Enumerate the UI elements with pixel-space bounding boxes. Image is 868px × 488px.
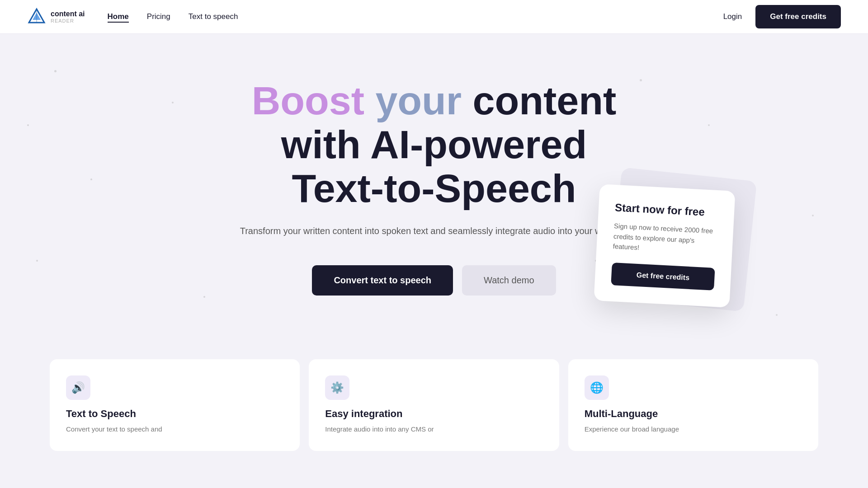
globe-icon: 🌐 <box>590 381 604 394</box>
nav-link-home[interactable]: Home <box>108 12 129 23</box>
logo[interactable]: content ai READER <box>27 7 85 26</box>
feature-card-integration: ⚙️ Easy integration Integrate audio into… <box>309 359 559 451</box>
dot-5 <box>36 260 38 262</box>
login-link[interactable]: Login <box>723 12 742 21</box>
feature-title-integration: Easy integration <box>325 408 542 420</box>
feature-card-tts: 🔊 Text to Speech Convert your text to sp… <box>50 359 300 451</box>
title-line3: Text-to-Speech <box>292 166 576 211</box>
nav-links: Home Pricing Text to speech <box>108 12 238 21</box>
nav-item-home[interactable]: Home <box>108 12 129 21</box>
logo-text-block: content ai READER <box>51 10 85 23</box>
feature-card-multilang: 🌐 Multi-Language Experience our broad la… <box>568 359 818 451</box>
title-boost: Boost <box>252 78 364 123</box>
dot-1 <box>54 70 57 72</box>
logo-icon <box>27 7 46 26</box>
feature-title-multilang: Multi-Language <box>585 408 802 420</box>
popup-card: Start now for free Sign up now to receiv… <box>594 184 735 307</box>
feature-icon-wrap-integration: ⚙️ <box>325 375 349 400</box>
navbar-left: content ai READER Home Pricing Text to s… <box>27 7 238 26</box>
logo-brand: content ai <box>51 10 85 18</box>
nav-item-pricing[interactable]: Pricing <box>147 12 170 21</box>
dot-6 <box>203 296 205 298</box>
title-line2: with AI-powered <box>281 122 587 167</box>
nav-item-tts[interactable]: Text to speech <box>189 12 238 21</box>
nav-link-tts[interactable]: Text to speech <box>189 12 238 21</box>
title-your: your <box>375 78 462 123</box>
popup-description: Sign up now to receive 2000 free credits… <box>613 221 717 257</box>
get-credits-button[interactable]: Get free credits <box>755 5 841 28</box>
feature-desc-integration: Integrate audio into into any CMS or <box>325 424 542 435</box>
hero-subtitle: Transform your written content into spok… <box>231 224 637 238</box>
nav-link-pricing[interactable]: Pricing <box>147 12 170 21</box>
popup-get-credits-button[interactable]: Get free credits <box>611 262 715 290</box>
watch-demo-button[interactable]: Watch demo <box>462 265 556 296</box>
navbar: content ai READER Home Pricing Text to s… <box>0 0 868 34</box>
logo-sub: READER <box>51 18 85 23</box>
features-section: 🔊 Text to Speech Convert your text to sp… <box>0 359 868 451</box>
feature-icon-wrap-multilang: 🌐 <box>585 375 609 400</box>
dot-11 <box>776 314 778 316</box>
gear-icon: ⚙️ <box>330 381 344 394</box>
feature-icon-wrap-tts: 🔊 <box>66 375 90 400</box>
title-content: content <box>473 78 617 123</box>
popup-title: Start now for free <box>615 201 718 219</box>
dot-9 <box>812 215 814 216</box>
feature-desc-tts: Convert your text to speech and <box>66 424 283 435</box>
convert-button[interactable]: Convert text to speech <box>312 265 453 296</box>
hero-section: Boost your content with AI-powered Text-… <box>0 34 868 341</box>
feature-desc-multilang: Experience our broad language <box>585 424 802 435</box>
navbar-right: Login Get free credits <box>723 5 841 28</box>
feature-title-tts: Text to Speech <box>66 408 283 420</box>
speaker-icon: 🔊 <box>71 381 85 394</box>
